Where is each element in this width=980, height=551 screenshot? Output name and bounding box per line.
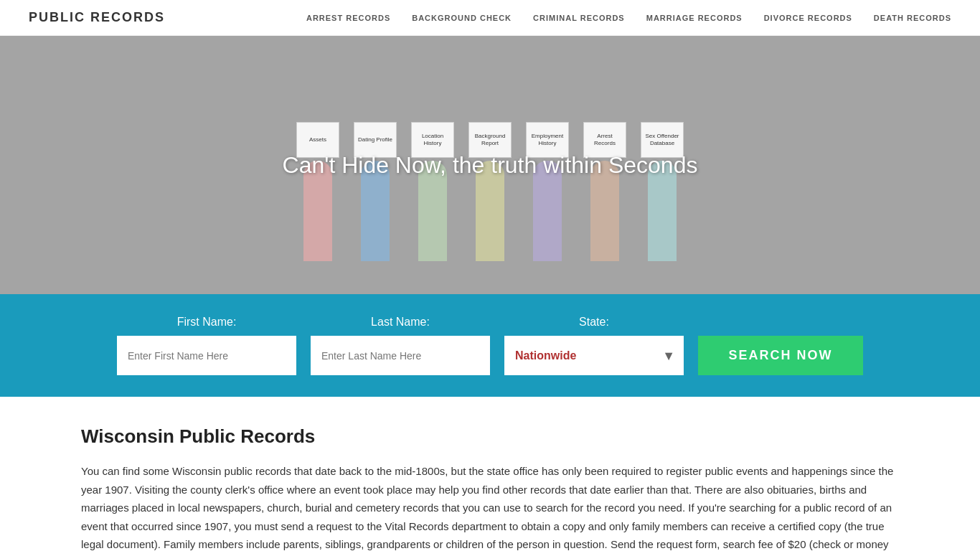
- person-1: Assets: [289, 122, 347, 280]
- state-select-wrapper: NationwideAlabamaAlaskaArizonaArkansasCa…: [504, 336, 684, 375]
- first-name-field: First Name:: [117, 316, 296, 375]
- nav-criminal-records[interactable]: CRIMINAL RECORDS: [533, 14, 625, 22]
- state-select[interactable]: NationwideAlabamaAlaskaArizonaArkansasCa…: [504, 336, 684, 375]
- last-name-input[interactable]: [311, 336, 490, 375]
- main-nav: ARREST RECORDS BACKGROUND CHECK CRIMINAL…: [306, 14, 951, 22]
- content-body: You can find some Wisconsin public recor…: [81, 462, 899, 551]
- nav-marriage-records[interactable]: MARRIAGE RECORDS: [646, 14, 743, 22]
- search-button[interactable]: SEARCH NOW: [698, 336, 863, 375]
- site-logo: PUBLIC RECORDS: [29, 10, 165, 25]
- content-heading: Wisconsin Public Records: [81, 425, 899, 448]
- nav-arrest-records[interactable]: ARREST RECORDS: [306, 14, 390, 22]
- hero-section: Assets Dating Profile Location History B…: [0, 36, 980, 294]
- header: PUBLIC RECORDS ARREST RECORDS BACKGROUND…: [0, 0, 980, 36]
- person-5: Employment History: [519, 122, 576, 280]
- person-3: Location History: [404, 122, 461, 280]
- person-4: Background Report: [461, 122, 519, 280]
- state-field: State: NationwideAlabamaAlaskaArizonaArk…: [504, 316, 684, 375]
- nav-background-check[interactable]: BACKGROUND CHECK: [412, 14, 512, 22]
- first-name-label: First Name:: [117, 316, 296, 329]
- first-name-input[interactable]: [117, 336, 296, 375]
- person-7: Sex Offender Database: [633, 122, 691, 280]
- nav-divorce-records[interactable]: DIVORCE RECORDS: [764, 14, 852, 22]
- person-6: Arrest Records: [576, 122, 633, 280]
- main-content: Wisconsin Public Records You can find so…: [0, 397, 980, 551]
- search-section: First Name: Last Name: State: Nationwide…: [0, 294, 980, 397]
- state-label: State:: [504, 316, 684, 329]
- last-name-label: Last Name:: [311, 316, 490, 329]
- hero-tagline: Can't Hide Now, the truth within Seconds: [283, 152, 698, 179]
- person-2: Dating Profile: [347, 122, 404, 280]
- nav-death-records[interactable]: DEATH RECORDS: [874, 14, 951, 22]
- last-name-field: Last Name:: [311, 316, 490, 375]
